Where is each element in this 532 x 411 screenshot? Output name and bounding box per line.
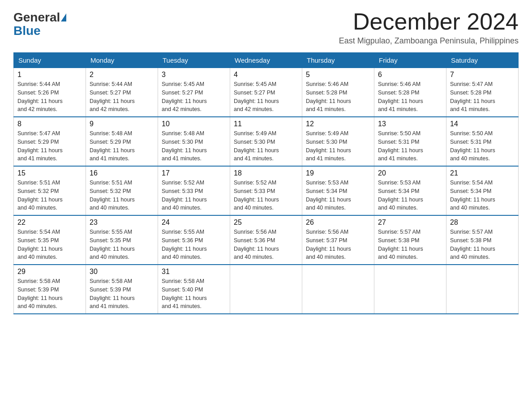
calendar-table: SundayMondayTuesdayWednesdayThursdayFrid… <box>13 52 519 314</box>
day-info: Sunrise: 5:51 AMSunset: 5:32 PMDaylight:… <box>17 180 63 211</box>
day-number: 2 <box>90 71 154 79</box>
calendar-cell: 10 Sunrise: 5:48 AMSunset: 5:30 PMDaylig… <box>158 117 230 166</box>
calendar-week-row: 1 Sunrise: 5:44 AMSunset: 5:26 PMDayligh… <box>14 68 519 117</box>
calendar-cell <box>302 265 374 314</box>
location-subtitle: East Migpulao, Zamboanga Peninsula, Phil… <box>339 36 519 46</box>
calendar-cell: 30 Sunrise: 5:58 AMSunset: 5:39 PMDaylig… <box>86 265 158 314</box>
title-section: December 2024 East Migpulao, Zamboanga P… <box>339 9 519 46</box>
day-number: 14 <box>450 120 515 128</box>
day-number: 20 <box>378 169 442 177</box>
calendar-cell <box>446 265 519 314</box>
day-info: Sunrise: 5:54 AMSunset: 5:34 PMDaylight:… <box>450 180 495 211</box>
calendar-cell: 20 Sunrise: 5:53 AMSunset: 5:34 PMDaylig… <box>374 166 446 215</box>
calendar-cell: 31 Sunrise: 5:58 AMSunset: 5:40 PMDaylig… <box>158 265 230 314</box>
weekday-header-row: SundayMondayTuesdayWednesdayThursdayFrid… <box>14 53 519 68</box>
day-number: 7 <box>450 71 515 79</box>
day-number: 21 <box>450 169 515 177</box>
day-info: Sunrise: 5:50 AMSunset: 5:31 PMDaylight:… <box>450 130 495 162</box>
day-number: 27 <box>378 218 442 227</box>
day-number: 26 <box>306 218 370 227</box>
page-header: General Blue December 2024 East Migpulao… <box>13 9 519 46</box>
calendar-cell <box>230 265 302 314</box>
day-info: Sunrise: 5:49 AMSunset: 5:30 PMDaylight:… <box>234 130 279 162</box>
day-number: 16 <box>90 169 154 177</box>
calendar-cell: 22 Sunrise: 5:54 AMSunset: 5:35 PMDaylig… <box>14 215 86 265</box>
day-number: 1 <box>17 71 82 79</box>
day-info: Sunrise: 5:45 AMSunset: 5:27 PMDaylight:… <box>234 81 279 112</box>
day-info: Sunrise: 5:56 AMSunset: 5:37 PMDaylight:… <box>306 229 351 260</box>
calendar-cell: 17 Sunrise: 5:52 AMSunset: 5:33 PMDaylig… <box>158 166 230 215</box>
calendar-cell <box>374 265 446 314</box>
day-number: 19 <box>306 169 370 177</box>
calendar-cell: 13 Sunrise: 5:50 AMSunset: 5:31 PMDaylig… <box>374 117 446 166</box>
calendar-cell: 5 Sunrise: 5:46 AMSunset: 5:28 PMDayligh… <box>302 68 374 117</box>
day-number: 31 <box>162 268 226 276</box>
weekday-header-tuesday: Tuesday <box>158 53 230 68</box>
calendar-cell: 16 Sunrise: 5:51 AMSunset: 5:32 PMDaylig… <box>86 166 158 215</box>
day-number: 17 <box>162 169 226 177</box>
calendar-cell: 28 Sunrise: 5:57 AMSunset: 5:38 PMDaylig… <box>446 215 519 265</box>
day-info: Sunrise: 5:54 AMSunset: 5:35 PMDaylight:… <box>17 229 63 260</box>
day-number: 24 <box>162 218 226 227</box>
day-info: Sunrise: 5:52 AMSunset: 5:33 PMDaylight:… <box>234 180 279 211</box>
month-title: December 2024 <box>339 9 519 34</box>
day-info: Sunrise: 5:53 AMSunset: 5:34 PMDaylight:… <box>306 180 351 211</box>
weekday-header-sunday: Sunday <box>14 53 86 68</box>
day-info: Sunrise: 5:48 AMSunset: 5:29 PMDaylight:… <box>90 130 135 162</box>
day-info: Sunrise: 5:47 AMSunset: 5:28 PMDaylight:… <box>450 81 495 112</box>
logo-blue-text: Blue <box>13 25 41 37</box>
day-number: 10 <box>162 120 226 128</box>
day-number: 22 <box>17 218 82 227</box>
day-number: 12 <box>306 120 370 128</box>
calendar-cell: 19 Sunrise: 5:53 AMSunset: 5:34 PMDaylig… <box>302 166 374 215</box>
calendar-cell: 8 Sunrise: 5:47 AMSunset: 5:29 PMDayligh… <box>14 117 86 166</box>
day-number: 4 <box>234 71 298 79</box>
calendar-week-row: 8 Sunrise: 5:47 AMSunset: 5:29 PMDayligh… <box>14 117 519 166</box>
day-info: Sunrise: 5:46 AMSunset: 5:28 PMDaylight:… <box>378 81 423 112</box>
calendar-cell: 29 Sunrise: 5:58 AMSunset: 5:39 PMDaylig… <box>14 265 86 314</box>
calendar-week-row: 29 Sunrise: 5:58 AMSunset: 5:39 PMDaylig… <box>14 265 519 314</box>
calendar-cell: 7 Sunrise: 5:47 AMSunset: 5:28 PMDayligh… <box>446 68 519 117</box>
logo: General Blue <box>13 9 66 37</box>
day-number: 29 <box>17 268 82 276</box>
day-number: 23 <box>90 218 154 227</box>
calendar-cell: 2 Sunrise: 5:44 AMSunset: 5:27 PMDayligh… <box>86 68 158 117</box>
day-number: 3 <box>162 71 226 79</box>
day-info: Sunrise: 5:48 AMSunset: 5:30 PMDaylight:… <box>162 130 207 162</box>
day-info: Sunrise: 5:57 AMSunset: 5:38 PMDaylight:… <box>378 229 423 260</box>
day-info: Sunrise: 5:55 AMSunset: 5:35 PMDaylight:… <box>90 229 135 260</box>
calendar-cell: 27 Sunrise: 5:57 AMSunset: 5:38 PMDaylig… <box>374 215 446 265</box>
day-number: 13 <box>378 120 442 128</box>
day-number: 15 <box>17 169 82 177</box>
day-info: Sunrise: 5:49 AMSunset: 5:30 PMDaylight:… <box>306 130 351 162</box>
day-info: Sunrise: 5:56 AMSunset: 5:36 PMDaylight:… <box>234 229 279 260</box>
day-number: 8 <box>17 120 82 128</box>
calendar-cell: 24 Sunrise: 5:55 AMSunset: 5:36 PMDaylig… <box>158 215 230 265</box>
calendar-cell: 26 Sunrise: 5:56 AMSunset: 5:37 PMDaylig… <box>302 215 374 265</box>
calendar-cell: 25 Sunrise: 5:56 AMSunset: 5:36 PMDaylig… <box>230 215 302 265</box>
day-info: Sunrise: 5:45 AMSunset: 5:27 PMDaylight:… <box>162 81 207 112</box>
calendar-cell: 1 Sunrise: 5:44 AMSunset: 5:26 PMDayligh… <box>14 68 86 117</box>
calendar-cell: 4 Sunrise: 5:45 AMSunset: 5:27 PMDayligh… <box>230 68 302 117</box>
day-info: Sunrise: 5:44 AMSunset: 5:27 PMDaylight:… <box>90 81 135 112</box>
calendar-cell: 11 Sunrise: 5:49 AMSunset: 5:30 PMDaylig… <box>230 117 302 166</box>
day-info: Sunrise: 5:46 AMSunset: 5:28 PMDaylight:… <box>306 81 351 112</box>
weekday-header-thursday: Thursday <box>302 53 374 68</box>
weekday-header-saturday: Saturday <box>446 53 519 68</box>
day-info: Sunrise: 5:44 AMSunset: 5:26 PMDaylight:… <box>17 81 63 112</box>
weekday-header-friday: Friday <box>374 53 446 68</box>
calendar-cell: 18 Sunrise: 5:52 AMSunset: 5:33 PMDaylig… <box>230 166 302 215</box>
day-info: Sunrise: 5:50 AMSunset: 5:31 PMDaylight:… <box>378 130 423 162</box>
day-info: Sunrise: 5:51 AMSunset: 5:32 PMDaylight:… <box>90 180 135 211</box>
calendar-cell: 21 Sunrise: 5:54 AMSunset: 5:34 PMDaylig… <box>446 166 519 215</box>
calendar-cell: 9 Sunrise: 5:48 AMSunset: 5:29 PMDayligh… <box>86 117 158 166</box>
day-info: Sunrise: 5:52 AMSunset: 5:33 PMDaylight:… <box>162 180 207 211</box>
day-info: Sunrise: 5:55 AMSunset: 5:36 PMDaylight:… <box>162 229 207 260</box>
day-number: 9 <box>90 120 154 128</box>
calendar-cell: 3 Sunrise: 5:45 AMSunset: 5:27 PMDayligh… <box>158 68 230 117</box>
calendar-cell: 23 Sunrise: 5:55 AMSunset: 5:35 PMDaylig… <box>86 215 158 265</box>
calendar-week-row: 15 Sunrise: 5:51 AMSunset: 5:32 PMDaylig… <box>14 166 519 215</box>
day-number: 6 <box>378 71 442 79</box>
calendar-cell: 15 Sunrise: 5:51 AMSunset: 5:32 PMDaylig… <box>14 166 86 215</box>
day-number: 18 <box>234 169 298 177</box>
